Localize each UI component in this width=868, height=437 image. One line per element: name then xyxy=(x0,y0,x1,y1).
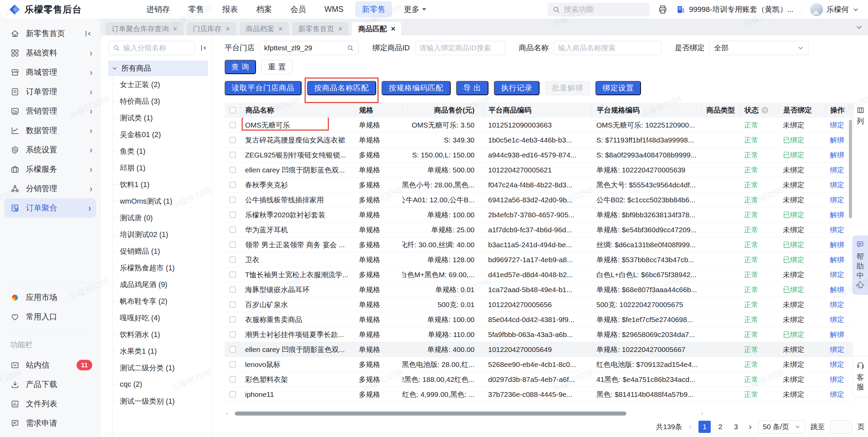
vertical-scrollbar-thumb[interactable] xyxy=(849,120,852,218)
row-checkbox[interactable] xyxy=(229,152,236,158)
tree-item[interactable]: 促销赠品 (1) xyxy=(113,243,212,259)
bound-select[interactable]: 全部 xyxy=(709,41,809,55)
tab-close-icon[interactable]: × xyxy=(391,25,395,33)
row-checkbox[interactable] xyxy=(229,361,236,368)
nav-item-进销存[interactable]: 进销存 xyxy=(140,1,177,17)
row-checkbox[interactable] xyxy=(229,256,236,263)
按商品名称匹配-button[interactable]: 按商品名称匹配 xyxy=(307,81,376,95)
tab-门店库存[interactable]: 门店库存× xyxy=(187,22,236,35)
sidebar-item-系统设置[interactable]: 系统设置› xyxy=(0,140,100,159)
tab-订单聚合库存查询[interactable]: 订单聚合库存查询× xyxy=(106,22,183,35)
sidebar-item-站内信[interactable]: 站内信11 xyxy=(0,355,100,375)
page-number-3[interactable]: 3 xyxy=(730,421,742,433)
operation-cell-text[interactable]: 绑定 xyxy=(830,195,844,205)
scroll-right-arrow[interactable]: › xyxy=(701,410,703,417)
sidebar-item-应用市场[interactable]: 应用市场 xyxy=(0,288,100,307)
operation-cell-text[interactable]: 绑定 xyxy=(830,360,844,369)
sidebar-item-文件列表[interactable]: 文件列表 xyxy=(0,394,100,414)
tree-item[interactable]: 饮料酒水 (1) xyxy=(113,326,212,343)
bind-id-input[interactable]: 请输入绑定商品ID搜索 xyxy=(415,41,505,55)
group-search-input[interactable]: 输入分组名称 xyxy=(108,41,195,55)
row-checkbox[interactable] xyxy=(229,137,236,143)
query-button[interactable]: 查 询 xyxy=(225,60,256,74)
sidebar-item-数据管理[interactable]: 数据管理› xyxy=(0,121,100,140)
operation-cell-text[interactable]: 绑定 xyxy=(830,300,844,309)
row-checkbox[interactable] xyxy=(229,331,236,338)
operation-cell-text[interactable]: 绑定 xyxy=(830,390,844,399)
user-menu[interactable]: 乐檬何 xyxy=(810,3,859,16)
sidebar-item-需求申请[interactable]: 需求申请 xyxy=(0,414,100,433)
row-checkbox[interactable] xyxy=(229,346,236,353)
row-checkbox[interactable] xyxy=(229,182,236,188)
operation-cell-text[interactable]: 绑定 xyxy=(830,315,844,324)
tree-item[interactable]: 测试一级类别 (1) xyxy=(113,393,212,409)
row-checkbox[interactable] xyxy=(229,301,236,308)
tree-item[interactable]: 乐檬熟食超市 (1) xyxy=(113,259,212,276)
tree-root-all-products[interactable]: 所有商品 xyxy=(108,61,208,76)
operation-cell-text[interactable]: 解绑 xyxy=(830,210,844,220)
scroll-left-arrow[interactable]: ‹ xyxy=(226,410,228,417)
page-size-select[interactable]: 50 条/页 xyxy=(758,420,805,433)
tree-item[interactable]: 邱朋 (1) xyxy=(113,159,212,176)
tree-item[interactable]: 嘎嘎好吃 (4) xyxy=(113,309,212,326)
nav-item-WMS[interactable]: WMS xyxy=(318,2,350,17)
按规格编码匹配-button[interactable]: 按规格编码匹配 xyxy=(382,81,451,95)
row-checkbox[interactable] xyxy=(229,376,236,383)
row-checkbox[interactable] xyxy=(229,286,236,293)
tree-item[interactable]: 测试类 (1) xyxy=(113,110,212,126)
tree-item[interactable]: 水果类1 (1) xyxy=(113,343,212,359)
sidebar-item-新零售首页[interactable]: 新零售首页 xyxy=(0,24,100,43)
column-settings-button[interactable]: 列 xyxy=(853,103,867,133)
platform-store-input[interactable]: kfpttest_zl9_29 xyxy=(259,41,359,55)
row-checkbox[interactable] xyxy=(229,122,236,128)
prev-page-arrow[interactable]: ‹ xyxy=(688,422,693,432)
nav-item-零售[interactable]: 零售 xyxy=(181,1,211,17)
row-checkbox[interactable] xyxy=(229,212,236,218)
tree-item[interactable]: 特价商品 (3) xyxy=(113,93,212,110)
sidebar-item-基础资料[interactable]: 基础资料› xyxy=(0,43,100,63)
sidebar-item-商城管理[interactable]: 商城管理› xyxy=(0,63,100,82)
page-number-2[interactable]: 2 xyxy=(714,421,726,433)
tree-item[interactable]: 鱼类 (1) xyxy=(113,143,212,159)
sidebar-item-订单管理[interactable]: 订单管理› xyxy=(0,82,100,101)
tab-商品匹配[interactable]: 商品匹配× xyxy=(352,22,401,35)
tree-item[interactable]: 测试唐 (0) xyxy=(113,209,212,226)
operation-cell-text[interactable]: 解绑 xyxy=(830,240,844,250)
reset-button[interactable]: 重 置 xyxy=(261,60,293,74)
sidebar-item-常用入口[interactable]: 常用入口 xyxy=(0,307,100,326)
help-center-button[interactable]: 帮助中心 xyxy=(852,235,868,295)
导出-button[interactable]: 导 出 xyxy=(456,81,488,95)
nav-item-档案[interactable]: 档案 xyxy=(250,1,279,17)
operation-cell-text[interactable]: 绑定 xyxy=(830,375,844,384)
operation-cell-text[interactable]: 绑定 xyxy=(830,270,844,280)
page-number-1[interactable]: 1 xyxy=(698,421,711,433)
nav-item-会员[interactable]: 会员 xyxy=(284,1,313,17)
global-search-input[interactable]: 搜索功能 xyxy=(547,3,649,16)
tree-item[interactable]: 培训测试02 (1) xyxy=(113,226,212,243)
operation-cell-text[interactable]: 解绑 xyxy=(830,255,844,265)
row-checkbox[interactable] xyxy=(229,271,236,278)
nav-item-报表[interactable]: 报表 xyxy=(215,1,245,17)
next-page-arrow[interactable]: › xyxy=(748,422,753,432)
sidebar-item-乐檬服务[interactable]: 乐檬服务› xyxy=(0,159,100,179)
operation-cell-text[interactable]: 绑定 xyxy=(830,165,844,175)
row-checkbox[interactable] xyxy=(229,316,236,323)
row-checkbox[interactable] xyxy=(229,197,236,203)
sidebar-item-订单聚合[interactable]: 订单聚合› xyxy=(4,198,96,218)
operation-cell-text[interactable]: 解绑 xyxy=(830,330,844,339)
row-checkbox[interactable] xyxy=(229,391,236,398)
tab-商品档案[interactable]: 商品档案× xyxy=(240,22,289,35)
tree-item[interactable]: wmOms测试 (1) xyxy=(113,193,212,209)
tree-item[interactable]: 女士正装 (2) xyxy=(113,76,212,93)
执行记录-button[interactable]: 执行记录 xyxy=(494,81,540,95)
operation-cell-text[interactable]: 解绑 xyxy=(830,285,844,295)
tab-list-chevron-icon[interactable] xyxy=(855,23,863,31)
status-help-icon[interactable]: ? xyxy=(761,107,768,114)
tree-item[interactable]: cqc (2) xyxy=(113,376,212,393)
tab-close-icon[interactable]: × xyxy=(226,25,230,33)
tab-close-icon[interactable]: × xyxy=(338,25,343,33)
operation-cell-text[interactable]: 绑定 xyxy=(830,120,844,130)
sidebar-item-产品下载[interactable]: 产品下载 xyxy=(0,375,100,394)
tree-item[interactable]: 测试二级分类 (1) xyxy=(113,359,212,376)
nav-item-更多[interactable]: 更多 xyxy=(397,1,433,17)
